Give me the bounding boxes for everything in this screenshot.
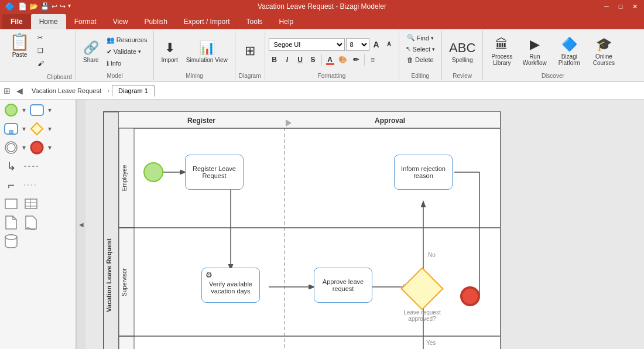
select-button[interactable]: ↖ Select ▾ (403, 44, 439, 54)
task-verify-label: Verify available vacation days (202, 278, 259, 297)
strikethrough-btn[interactable]: S (307, 54, 319, 66)
minimize-btn[interactable]: ─ (602, 2, 611, 11)
run-workflow-button[interactable]: ▶ Run Workflow (519, 34, 550, 69)
bold-btn[interactable]: B (269, 54, 280, 66)
font-color-btn[interactable]: A (324, 54, 336, 66)
maximize-btn[interactable]: □ (616, 2, 625, 11)
svg-rect-13 (25, 199, 37, 208)
tab-publish[interactable]: Publish (136, 14, 176, 29)
breadcrumb-path[interactable]: Vacation Leave Request (28, 86, 105, 95)
resources-button[interactable]: 👥 Resources (104, 35, 150, 45)
start-event[interactable] (143, 162, 163, 182)
toolbox-collapse-btn[interactable]: ◀ (76, 100, 85, 349)
font-select[interactable]: Segoe UI (269, 38, 345, 51)
svg-text:Approval: Approval (375, 117, 405, 125)
bizagi-platform-icon: 🔷 (561, 37, 577, 52)
tool-corner[interactable]: ⌐ (2, 177, 20, 193)
diagram-tab[interactable]: Diagram 1 (112, 85, 155, 97)
svg-point-18 (5, 235, 17, 239)
delete-button[interactable]: 🗑 Delete (404, 55, 437, 64)
tool-table[interactable] (22, 196, 40, 212)
formatting-group: Segoe UI 8 A A B I U S A 🎨 ✏ ≡ For (265, 30, 399, 80)
redo-btn[interactable]: ↪ (60, 2, 66, 11)
find-button[interactable]: 🔍 Find ▾ (404, 33, 437, 43)
tab-help[interactable]: Help (271, 14, 302, 29)
tool-dotted-connector[interactable] (22, 177, 40, 193)
paste-button[interactable]: 📋 Paste (6, 32, 33, 68)
tool-intermediate-event[interactable] (2, 139, 20, 156)
gateway-approved[interactable] (400, 267, 444, 310)
mining-label: Mining (186, 71, 203, 79)
tool-start-event[interactable] (2, 102, 20, 118)
underline-btn[interactable]: U (294, 54, 306, 66)
tab-format[interactable]: Format (66, 14, 105, 29)
tool-doc[interactable] (2, 214, 20, 231)
tool-database[interactable] (2, 233, 20, 249)
tool-annotation[interactable] (2, 196, 20, 212)
new-btn[interactable]: 📄 (18, 2, 27, 11)
tab-view[interactable]: View (105, 14, 136, 29)
format-painter-button[interactable]: 🖌 (35, 57, 47, 69)
end-event[interactable] (460, 286, 480, 306)
cut-button[interactable]: ✂ (35, 32, 47, 43)
open-btn[interactable]: 📂 (29, 2, 38, 11)
shrink-font-btn[interactable]: A (383, 39, 395, 50)
diagram: Vacation Leave Request Register Approval (103, 111, 501, 349)
diagram-grid-button[interactable]: ⊞ (239, 34, 261, 69)
back-button[interactable]: ◀ (13, 84, 26, 97)
task-inform-rejection[interactable]: Inform rejection reason (394, 155, 453, 190)
svg-rect-1 (30, 105, 43, 115)
tab-file[interactable]: File (2, 14, 31, 29)
svg-rect-20 (104, 112, 119, 349)
select-icon: ↖ (406, 45, 411, 53)
share-label: Share (83, 57, 99, 63)
share-button[interactable]: 🔗 Share (80, 34, 102, 69)
tab-home[interactable]: Home (31, 14, 66, 29)
canvas[interactable]: Vacation Leave Request Register Approval (85, 100, 644, 349)
close-btn[interactable]: ✕ (630, 2, 639, 11)
resources-icon: 👥 (107, 36, 115, 44)
discover-label: Discover (542, 71, 564, 79)
copy-button[interactable]: ❑ (35, 45, 47, 56)
paste-icon: 📋 (9, 34, 30, 50)
tool-subprocess[interactable] (2, 121, 20, 137)
spelling-button[interactable]: ABC Spelling (446, 34, 479, 69)
task-verify-vacation-days[interactable]: ⚙ Verify available vacation days (201, 268, 260, 303)
online-courses-button[interactable]: 🎓 Online Courses (588, 34, 619, 69)
save-btn[interactable]: 💾 (40, 2, 49, 11)
run-workflow-label: Run Workflow (523, 53, 547, 66)
tab-export-import[interactable]: Export / Import (176, 14, 238, 29)
grow-font-btn[interactable]: A (371, 39, 382, 50)
simulation-view-button[interactable]: 📊 Simulation View (183, 34, 231, 69)
task-register-leave-request[interactable]: Register Leave Request (185, 155, 244, 190)
undo-btn[interactable]: ↩ (52, 2, 57, 11)
grid-icon: ⊞ (245, 43, 255, 59)
bizagi-platform-button[interactable]: 🔷 Bizagi Platform (552, 34, 586, 69)
validate-button[interactable]: ✔ Validate ▾ (104, 47, 150, 57)
bizagi-platform-label: Bizagi Platform (556, 53, 583, 66)
breadcrumb-bar: ⊞ ◀ Vacation Leave Request › Diagram 1 (0, 82, 644, 100)
yes-label: Yes (426, 340, 436, 346)
mining-group: ⬇ Import 📊 Simulation View Mining (154, 30, 235, 80)
model-group: 🔗 Share 👥 Resources ✔ Validate ▾ ℹ Info (76, 30, 155, 80)
ribbon-tab-bar: File Home Format View Publish Export / I… (0, 13, 644, 29)
task-approve-leave[interactable]: Approve leave request (314, 268, 372, 303)
info-button[interactable]: ℹ Info (104, 59, 150, 69)
fill-color-btn[interactable]: 🎨 (337, 54, 349, 66)
customize-btn[interactable]: ▾ (68, 2, 71, 11)
process-library-button[interactable]: 🏛 Process Library (487, 34, 517, 69)
tool-end-event[interactable] (28, 139, 46, 156)
tab-tools[interactable]: Tools (238, 14, 271, 29)
tool-gateway[interactable] (28, 121, 46, 137)
italic-btn[interactable]: I (282, 54, 293, 66)
tool-connector[interactable]: ↳ (2, 158, 20, 174)
online-courses-label: Online Courses (592, 53, 615, 66)
import-button[interactable]: ⬇ Import (157, 34, 181, 69)
line-color-btn[interactable]: ✏ (350, 54, 362, 66)
tool-task[interactable] (28, 102, 46, 118)
tool-dashed-connector[interactable] (22, 158, 40, 174)
align-btn[interactable]: ≡ (367, 54, 379, 66)
select-label: Select (413, 46, 431, 53)
font-size-select[interactable]: 8 (346, 38, 369, 51)
tool-doc2[interactable] (22, 214, 40, 231)
